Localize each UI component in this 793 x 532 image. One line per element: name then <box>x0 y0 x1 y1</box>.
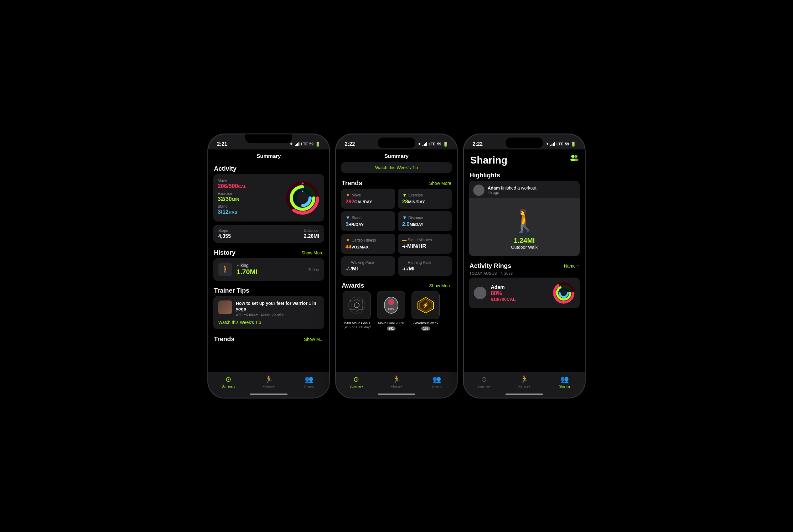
nav-fitness-2[interactable]: 🏃 Fitness+ <box>376 375 417 388</box>
move-row: Move 206/500CAL <box>218 178 282 190</box>
trend-distance-arrow: ▼ <box>402 215 407 221</box>
lte-1: LTE <box>301 142 308 146</box>
history-section-header: History Show More <box>208 246 329 258</box>
stand-value: 3/12HRS <box>218 209 237 215</box>
trend-stand-min: — Stand Minutes -/-MIN/HR <box>398 234 452 254</box>
highlight-name: Adam finished a workout <box>488 186 537 190</box>
exercise-value: 32/30MIN <box>218 196 239 202</box>
history-val: 1.70MI <box>236 268 304 276</box>
award-1500-icon <box>343 291 371 319</box>
trends-show-more[interactable]: Show More <box>429 181 451 186</box>
screen-2: Summary Watch this Week's Tip Trends Sho… <box>336 149 457 398</box>
trainer-tip-title: How to set up your feet for warrior 1 in… <box>236 301 319 312</box>
nav-sharing-1[interactable]: 👥 Sharing <box>289 375 329 388</box>
trend-move-arrow: ▼ <box>345 192 350 198</box>
move-value: 206/500CAL <box>218 183 247 189</box>
watch-tip-link[interactable]: Watch this Week's Tip <box>218 320 319 325</box>
trend-exercise-val: 28MIN/DAY <box>402 198 448 205</box>
award-7workout-label: 7-Workout Week <box>410 321 441 325</box>
nav-fitness-1[interactable]: 🏃 Fitness+ <box>249 375 289 388</box>
nav-sharing-3[interactable]: 👥 Sharing <box>544 375 585 388</box>
exercise-label: Exercise <box>218 191 282 196</box>
trends-section-header-1: Trends Show M... <box>208 332 329 345</box>
history-show-more[interactable]: Show More <box>301 250 324 255</box>
activity-rings-header: Activity Rings Name ↕ <box>464 259 585 271</box>
trend-distance-label: ▼ Distance <box>402 215 448 221</box>
person-info-adam: Adam 88% 618/700CAL <box>491 284 548 302</box>
battery-icon-2: 🔋 <box>443 141 448 147</box>
awards-show-more[interactable]: Show More <box>429 283 451 288</box>
signal-1 <box>295 142 299 146</box>
award-7workout: ⚡ 7-Workout Week 155 <box>410 291 441 331</box>
trend-stand: ▼ Stand 5HR/DAY <box>341 211 395 231</box>
nav-summary-3[interactable]: ⊙ Summary <box>464 375 504 388</box>
trend-run-pace-arrow: — <box>402 260 407 265</box>
screen-3: Sharing Highlights Adam finished a worko… <box>464 149 585 398</box>
award-1500-sub: 1,415 of 1500 days <box>341 325 372 329</box>
trend-stand-min-label: — Stand Minutes <box>402 238 448 243</box>
distance-item: Distance 2.26MI <box>304 228 319 239</box>
activity-rings-sort[interactable]: Name ↕ <box>564 264 579 268</box>
summary-nav-label-1: Summary <box>222 385 235 388</box>
trend-exercise-arrow: ▼ <box>402 192 407 198</box>
history-title: History <box>214 249 235 256</box>
location-icon-2: ✈ <box>418 142 421 146</box>
distance-value: 2.26MI <box>304 233 319 239</box>
trainer-card: How to set up your feet for warrior 1 in… <box>213 296 324 329</box>
nav-summary-1[interactable]: ⊙ Summary <box>208 375 249 388</box>
award-1500: 1500 Move Goals 1,415 of 1500 days <box>341 291 372 331</box>
summary-nav-label-2: Summary <box>349 385 363 388</box>
steps-distance-row: Steps 4,355 Distance 2.26MI <box>213 225 324 243</box>
sharing-nav-icon-1: 👥 <box>305 375 313 383</box>
person-name-adam: Adam <box>491 284 548 290</box>
content-2[interactable]: Summary Watch this Week's Tip Trends Sho… <box>336 149 457 372</box>
activity-section-header: Activity <box>208 162 329 174</box>
location-icon-1: ✈ <box>290 142 293 146</box>
nav-sharing-2[interactable]: 👥 Sharing <box>417 375 457 388</box>
awards-title: Awards <box>342 282 364 289</box>
history-card: 🚶 Hiking 1.70MI Today <box>213 258 324 281</box>
fitness-nav-label-1: Fitness+ <box>263 385 275 388</box>
home-indicator-3 <box>505 394 543 395</box>
highlight-avatar <box>473 185 484 196</box>
highlight-card: Adam finished a workout 4h ago 🚶 1.24MI … <box>469 181 580 256</box>
phone-2: 2:22 ✈ LTE 59 🔋 Summary Watch this Week'… <box>335 134 458 398</box>
signal-3 <box>550 142 555 146</box>
trend-stand-val: 5HR/DAY <box>345 221 391 227</box>
phones-container: 2:21 ✈ LTE 59 🔋 Summary Activity <box>208 134 585 398</box>
highlight-header: Adam finished a workout 4h ago <box>469 181 580 198</box>
content-3[interactable]: Sharing Highlights Adam finished a worko… <box>464 149 585 372</box>
screen-1: Summary Activity Move 206/500CAL Exercis… <box>208 149 329 398</box>
award-200pct: 200% Move Goal 200% 291 <box>375 291 407 331</box>
fitness-nav-icon-3: 🏃 <box>520 375 529 383</box>
sharing-nav-label-3: Sharing <box>559 385 570 388</box>
notch <box>245 134 292 143</box>
highlight-meta: Adam finished a workout 4h ago <box>488 186 537 195</box>
phone-3: 2:22 ✈ LTE 59 🔋 <box>463 134 585 398</box>
trainer-thumbnail <box>218 301 232 314</box>
person-avatar-adam <box>474 287 486 299</box>
trend-distance: ▼ Distance 2.0MI/DAY <box>398 211 452 231</box>
stand-row: Stand 3/12HRS <box>218 204 282 215</box>
content-1[interactable]: Summary Activity Move 206/500CAL Exercis… <box>208 149 329 372</box>
svg-point-10 <box>354 303 359 308</box>
nav-summary-2[interactable]: ⊙ Summary <box>336 375 376 388</box>
steps-value: 4,355 <box>218 233 231 239</box>
trainer-inner: How to set up your feet for warrior 1 in… <box>218 301 319 317</box>
time-1: 2:21 <box>217 141 227 147</box>
nav-fitness-3[interactable]: 🏃 Fitness+ <box>504 375 545 388</box>
trends-show-more-1[interactable]: Show M... <box>304 337 324 342</box>
highlight-type: Outdoor Walk <box>511 245 538 250</box>
battery-icon-3: 🔋 <box>570 141 576 147</box>
trend-run-pace-label: — Running Pace <box>402 260 448 265</box>
tip-banner[interactable]: Watch this Week's Tip <box>341 162 452 173</box>
svg-text:➤: ➤ <box>301 186 304 189</box>
trainer-section-header: Trainer Tips <box>208 284 329 296</box>
lte-3: LTE <box>557 142 563 146</box>
trend-move: ▼ Move 282CAL/DAY <box>341 189 395 209</box>
award-7workout-badge: 155 <box>421 326 430 330</box>
trend-walk-pace-val: -/-/MI <box>345 266 391 272</box>
fitness-nav-icon-1: 🏃 <box>265 375 273 383</box>
awards-grid: 1500 Move Goals 1,415 of 1500 days 200% <box>341 291 452 331</box>
award-200pct-label: Move Goal 200% <box>375 321 407 325</box>
